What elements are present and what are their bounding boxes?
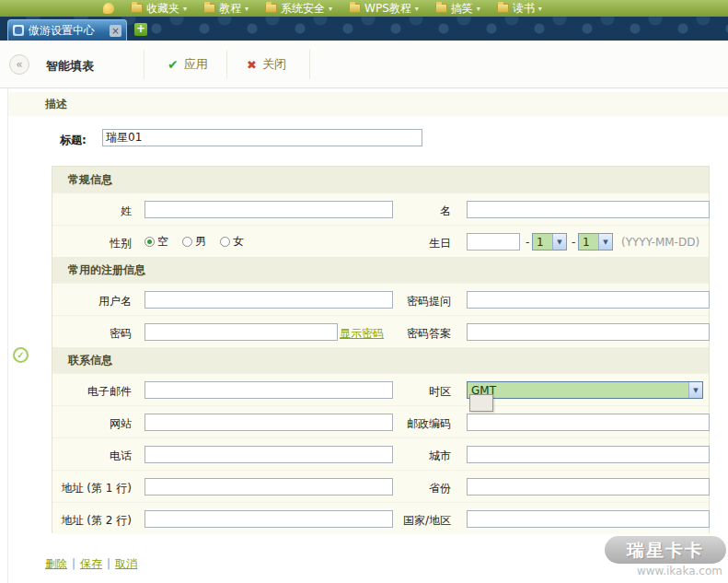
tab-title: 傲游设置中心 [29, 23, 95, 39]
row-gender-birthday: 性别 空 男 女 生日 - 1 ▼ [52, 225, 709, 257]
row-username: 用户名 密码提问 [52, 283, 709, 315]
row-name: 姓 名 [52, 192, 709, 225]
folder-icon [203, 4, 215, 13]
city-input[interactable] [467, 446, 710, 463]
chevron-down-icon: ▾ [245, 5, 248, 13]
birthday-label: 生日 [356, 236, 451, 251]
row-address1-province: 地址 (第 1 行) 省份 [52, 470, 709, 502]
timezone-select[interactable]: GMT ▼ [467, 381, 703, 399]
gender-radio-group: 空 男 女 [144, 234, 244, 250]
watermark-brand: 瑞星卡卡 [605, 536, 726, 564]
action-separator: | [72, 557, 75, 570]
website-label: 网站 [52, 416, 132, 432]
bookmark-folder-favorites[interactable]: 收藏夹 ▾ [131, 1, 187, 17]
postal-code-input[interactable] [467, 414, 710, 431]
chevron-down-icon: ▾ [415, 5, 419, 13]
gender-option-label: 男 [195, 234, 206, 250]
save-link[interactable]: 保存 [80, 557, 102, 570]
close-tab-icon[interactable]: × [110, 25, 121, 37]
chevron-down-icon: ▾ [329, 5, 332, 13]
timezone-value: GMT [468, 382, 688, 398]
form-actions: 删除|保存|取消 [45, 556, 137, 572]
new-tab-button[interactable]: + [134, 23, 147, 36]
folder-icon [497, 4, 509, 13]
smart-fill-form: 常规信息 姓 名 性别 空 男 女 [52, 166, 710, 533]
bookmark-folder-system-security[interactable]: 系统安全 ▾ [265, 1, 332, 17]
collapse-button[interactable]: « [9, 54, 29, 75]
bookmark-label: 教程 [219, 1, 241, 17]
dropdown-artifact [469, 394, 493, 412]
bookmark-folder-tutorials[interactable]: 教程 ▾ [203, 1, 248, 17]
email-label: 电子邮件 [52, 384, 132, 400]
first-name-label: 名 [356, 204, 451, 219]
close-button[interactable]: ✖ 关闭 [247, 56, 286, 73]
bookmark-label: WPS教程 [364, 1, 411, 17]
action-separator: | [107, 557, 110, 570]
title-input[interactable] [102, 129, 422, 146]
province-label: 省份 [356, 481, 451, 496]
section-header-general: 常规信息 [52, 167, 709, 192]
folder-icon [131, 4, 143, 13]
tab-bar: 傲游设置中心 × + [0, 17, 728, 41]
section-header-contact: 联系信息 [52, 347, 709, 373]
password-answer-input[interactable] [467, 323, 710, 341]
maxthon-icon [13, 25, 24, 36]
timezone-label: 时区 [356, 384, 451, 400]
divider [144, 50, 144, 79]
verified-check-icon: ✓ [13, 347, 29, 363]
bookmark-folder-funny[interactable]: 搞笑 ▾ [435, 1, 480, 17]
chevron-down-icon: ▼ [598, 234, 612, 250]
radio-icon [182, 237, 192, 247]
delete-link[interactable]: 删除 [45, 557, 67, 570]
page-title: 智能填表 [46, 58, 94, 75]
province-input[interactable] [467, 478, 710, 496]
birthday-month-select[interactable]: 1 ▼ [532, 233, 567, 251]
divider [226, 50, 227, 79]
command-bar: « 智能填表 ✔ 应用 ✖ 关闭 [0, 41, 728, 88]
bird-icon [103, 3, 114, 14]
divider [309, 50, 310, 79]
gender-label: 性别 [52, 236, 132, 251]
settings-content: 描述 标题: ✓ 常规信息 姓 名 性别 空 男 [7, 88, 728, 583]
title-label: 标题: [60, 133, 87, 148]
last-name-label: 姓 [52, 204, 132, 219]
apply-button[interactable]: ✔ 应用 [168, 56, 208, 73]
bookmark-folder-reading[interactable]: 读书 ▾ [497, 1, 542, 17]
birthday-format-hint: (YYYY-MM-DD) [621, 236, 699, 249]
gender-option-label: 空 [157, 234, 168, 250]
cancel-link[interactable]: 取消 [115, 557, 137, 570]
gender-radio-female[interactable]: 女 [220, 234, 244, 250]
bookmark-folder-wps[interactable]: WPS教程 ▾ [349, 1, 419, 17]
tab-settings-center[interactable]: 傲游设置中心 × [7, 19, 127, 41]
chevron-down-icon: ▾ [183, 5, 187, 13]
bookmark-label: 收藏夹 [146, 1, 179, 17]
password-question-input[interactable] [467, 291, 710, 309]
close-label: 关闭 [262, 56, 286, 73]
watermark: 瑞星卡卡 www.ikaka.com [605, 536, 726, 577]
password-label: 密码 [52, 326, 132, 342]
gender-radio-empty[interactable]: 空 [144, 234, 168, 250]
address-line1-label: 地址 (第 1 行) [52, 481, 132, 496]
folder-icon [265, 4, 277, 13]
folder-icon [349, 4, 361, 13]
gender-radio-male[interactable]: 男 [182, 234, 206, 250]
birthday-year-input[interactable] [467, 233, 520, 251]
row-phone-city: 电话 城市 [52, 437, 709, 470]
password-input[interactable] [144, 323, 338, 341]
bookmark-label: 搞笑 [451, 1, 473, 17]
birthday-month-value: 1 [533, 234, 552, 250]
city-label: 城市 [356, 449, 451, 464]
chevron-down-icon: ▾ [538, 5, 542, 13]
chevron-down-icon: ▼ [552, 234, 566, 250]
check-icon: ✔ [168, 57, 179, 72]
birthday-separator: - [572, 236, 575, 249]
row-address2-country: 地址 (第 2 行) 国家/地区 [52, 502, 709, 534]
gender-option-label: 女 [233, 234, 244, 250]
birthday-day-select[interactable]: 1 ▼ [578, 233, 613, 251]
country-label: 国家/地区 [356, 513, 451, 529]
section-header-registration: 常用的注册信息 [52, 257, 709, 283]
password-answer-label: 密码答案 [356, 326, 451, 342]
bookmarks-bar: 收藏夹 ▾ 教程 ▾ 系统安全 ▾ WPS教程 ▾ 搞笑 ▾ 读书 ▾ [0, 0, 728, 17]
first-name-input[interactable] [467, 201, 710, 218]
country-input[interactable] [467, 510, 710, 528]
